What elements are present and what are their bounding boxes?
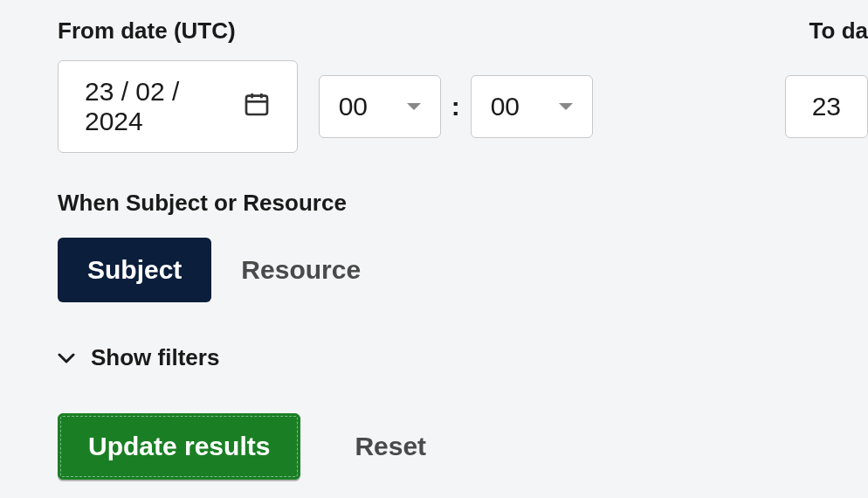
from-date-value: 23 / 02 / 2024 bbox=[85, 77, 234, 136]
from-hour-value: 00 bbox=[339, 92, 368, 121]
show-filters-label: Show filters bbox=[91, 344, 219, 371]
svg-rect-0 bbox=[246, 95, 267, 114]
from-date-input[interactable]: 23 / 02 / 2024 bbox=[58, 60, 298, 153]
from-minute-select[interactable]: 00 bbox=[471, 75, 593, 138]
chevron-down-icon bbox=[407, 103, 421, 110]
update-results-button[interactable]: Update results bbox=[58, 413, 300, 480]
from-date-label: From date (UTC) bbox=[58, 17, 809, 45]
reset-button[interactable]: Reset bbox=[349, 431, 431, 462]
resource-toggle[interactable]: Resource bbox=[241, 238, 390, 302]
calendar-icon bbox=[243, 90, 271, 124]
show-filters-toggle[interactable]: Show filters bbox=[58, 344, 868, 371]
subject-resource-label: When Subject or Resource bbox=[58, 190, 868, 217]
from-minute-value: 00 bbox=[491, 92, 520, 121]
subject-toggle[interactable]: Subject bbox=[58, 238, 211, 302]
chevron-down-icon bbox=[559, 103, 573, 110]
to-date-input[interactable]: 23 bbox=[785, 75, 868, 138]
from-hour-select[interactable]: 00 bbox=[319, 75, 441, 138]
to-date-value: 23 bbox=[812, 92, 841, 121]
chevron-down-icon bbox=[58, 344, 75, 371]
to-date-label: To da bbox=[809, 17, 868, 45]
time-colon: : bbox=[451, 92, 460, 121]
